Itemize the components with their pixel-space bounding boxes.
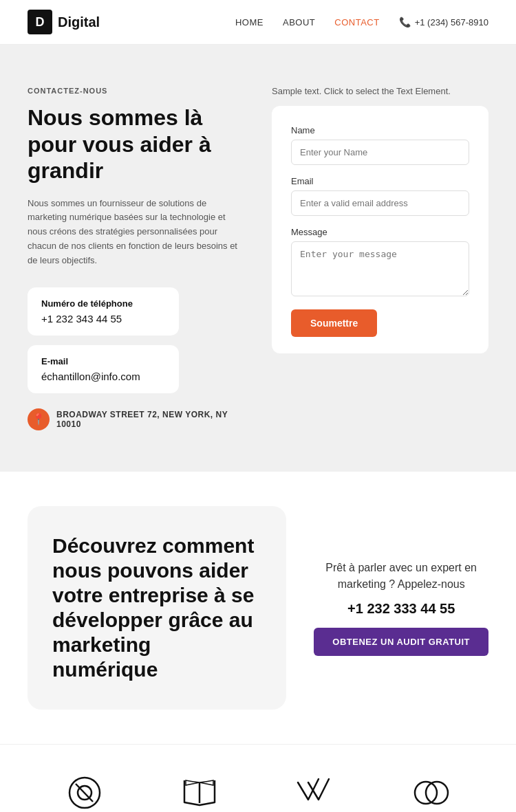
header: D Digital HOME ABOUT CONTACT 📞 +1 (234) … (0, 0, 516, 45)
contactez-label: CONTACTEZ-NOUS (28, 86, 244, 96)
contact-section: CONTACTEZ-NOUS Nous sommes là pour vous … (0, 45, 516, 472)
email-card-label: E-mail (41, 356, 165, 366)
nav-home[interactable]: HOME (235, 17, 264, 28)
address-text: BROADWAY STREET 72, NEW YORK, NY 10010 (56, 410, 244, 429)
audit-button[interactable]: OBTENEZ UN AUDIT GRATUIT (314, 628, 488, 656)
name-input[interactable] (291, 140, 469, 165)
message-label: Message (291, 227, 469, 237)
contact-heading: Nous sommes là pour vous aider à grandir (28, 105, 244, 184)
logo-text: Digital (58, 14, 100, 30)
cta-left: Découvrez comment nous pouvons aider vot… (28, 506, 286, 710)
message-input[interactable] (291, 241, 469, 296)
nav-contact[interactable]: CONTACT (334, 17, 379, 28)
cta-section: Découvrez comment nous pouvons aider vot… (0, 472, 516, 744)
contact-form: Name Email Message Soumettre (272, 106, 488, 353)
phone-nav: 📞 +1 (234) 567-8910 (399, 17, 488, 28)
name-group: Name (291, 125, 469, 165)
logo-company-4: COMPANY FAR TOO YOUR BRAND (398, 772, 464, 812)
phone-card: Numéro de téléphone +1 232 343 44 55 (28, 287, 179, 336)
phone-icon: 📞 (399, 17, 411, 28)
logo-company-1: COMPANY FOLLOW YOUR BRAND (52, 772, 118, 812)
email-card: E-mail échantillon@info.com (28, 345, 179, 393)
sample-text: Sample text. Click to select the Text El… (272, 86, 488, 96)
contact-desc: Nous sommes un fournisseur de solutions … (28, 197, 244, 268)
logo-icon: D (28, 10, 52, 34)
map-pin-icon: 📍 (28, 408, 50, 430)
email-input[interactable] (291, 190, 469, 216)
message-group: Message (291, 227, 469, 298)
logo-company-3: COMPANY FAR TOO YOUR BRAND (282, 772, 349, 812)
nav-about[interactable]: ABOUT (283, 17, 315, 28)
cta-question: Prêt à parler avec un expert en marketin… (314, 560, 488, 593)
submit-button[interactable]: Soumettre (291, 309, 377, 337)
contact-right: Sample text. Click to select the Text El… (272, 86, 488, 353)
email-label: Email (291, 176, 469, 186)
logos-row: COMPANY FOLLOW YOUR BRAND COMPANY FAR TO… (28, 772, 488, 812)
contact-left: CONTACTEZ-NOUS Nous sommes là pour vous … (28, 86, 244, 430)
email-card-value: échantillon@info.com (41, 371, 165, 382)
address-row: 📍 BROADWAY STREET 72, NEW YORK, NY 10010 (28, 408, 244, 430)
cta-phone: +1 232 333 44 55 (314, 601, 488, 617)
logo[interactable]: D Digital (28, 10, 100, 34)
cta-heading: Découvrez comment nous pouvons aider vot… (52, 534, 261, 682)
logo-company-2: COMPANY FAR TOO YOUR BRAND (166, 772, 233, 812)
phone-card-value: +1 232 343 44 55 (41, 313, 165, 325)
name-label: Name (291, 125, 469, 135)
email-group: Email (291, 176, 469, 216)
main-nav: HOME ABOUT CONTACT 📞 +1 (234) 567-8910 (235, 17, 488, 28)
cta-right: Prêt à parler avec un expert en marketin… (314, 560, 488, 656)
phone-card-label: Numéro de téléphone (41, 298, 165, 309)
logos-section: COMPANY FOLLOW YOUR BRAND COMPANY FAR TO… (0, 744, 516, 812)
